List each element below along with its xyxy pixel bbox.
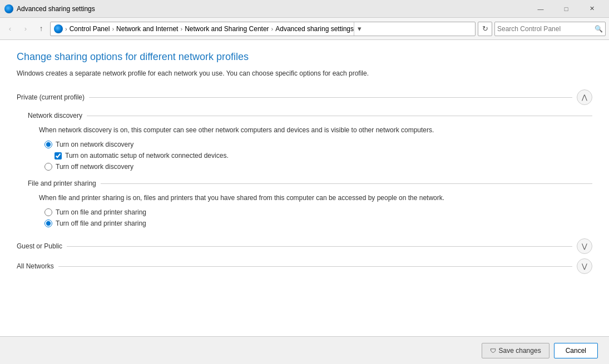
file-printer-desc: When file and printer sharing is on, fil… [39,193,592,203]
cancel-button[interactable]: Cancel [554,343,598,358]
file-printer-title: File and printer sharing [28,179,101,187]
network-discovery-options: Turn on network discovery Turn on automa… [39,141,592,171]
network-discovery-header: Network discovery [28,112,592,119]
guest-public-line [67,246,572,247]
guest-public-toggle[interactable]: ⋁ [577,238,592,254]
page-description: Windows creates a separate network profi… [17,68,592,78]
address-bar: ‹ › ↑ › Control Panel › Network and Inte… [0,18,609,40]
main-content: Change sharing options for different net… [0,40,609,336]
guest-public-title: Guest or Public [17,242,67,250]
radio-turn-off-sharing-input[interactable] [44,220,52,227]
maximize-button[interactable]: □ [553,0,579,18]
radio-turn-off-sharing-label: Turn off file and printer sharing [56,220,146,227]
breadcrumb-part3: Network and Sharing Center [185,25,269,33]
radio-turn-off-sharing[interactable]: Turn off file and printer sharing [44,220,592,227]
radio-turn-on-sharing[interactable]: Turn on file and printer sharing [44,208,592,216]
network-discovery-desc: When network discovery is on, this compu… [39,125,592,135]
private-section-title: Private (current profile) [17,93,89,101]
private-section-header: Private (current profile) ⋀ [17,89,592,105]
save-button[interactable]: 🛡 Save changes [482,343,549,358]
radio-turn-on-sharing-label: Turn on file and printer sharing [56,208,146,216]
all-networks-section: All Networks ⋁ [17,258,592,274]
file-printer-options: Turn on file and printer sharing Turn of… [39,208,592,227]
network-discovery-title: Network discovery [28,112,87,119]
search-input[interactable] [497,25,595,33]
forward-button[interactable]: › [19,22,32,36]
window-title: Advanced sharing settings [17,5,528,13]
back-button[interactable]: ‹ [3,22,17,36]
title-bar: Advanced sharing settings — □ ✕ [0,0,609,18]
breadcrumb-part2: Network and Internet [116,25,178,33]
address-chevron-button[interactable]: ▾ [354,22,365,36]
address-path-box[interactable]: › Control Panel › Network and Internet ›… [50,22,476,36]
breadcrumb-part1: Control Panel [70,25,110,33]
radio-turn-on-discovery-label: Turn on network discovery [56,141,133,148]
all-networks-line [58,266,572,267]
private-section-line [89,97,572,98]
network-discovery-body: When network discovery is on, this compu… [28,125,592,171]
file-printer-body: When file and printer sharing is on, fil… [28,193,592,227]
window-icon [4,4,13,13]
auto-setup-checkbox[interactable] [55,152,62,159]
page-heading: Change sharing options for different net… [17,51,592,63]
checkbox-auto-setup[interactable]: Turn on automatic setup of network conne… [44,152,592,159]
minimize-button[interactable]: — [528,0,553,18]
private-section-body: Network discovery When network discovery… [17,112,592,227]
bottom-bar: 🛡 Save changes Cancel [0,336,609,364]
breadcrumb: › Control Panel › Network and Internet ›… [54,24,354,33]
file-printer-header: File and printer sharing [28,179,592,187]
radio-turn-off-discovery[interactable]: Turn off network discovery [44,163,592,171]
file-printer-line [101,183,592,184]
radio-turn-on-sharing-input[interactable] [44,208,52,216]
network-icon [54,24,63,33]
search-icon: 🔍 [595,25,603,33]
window-controls: — □ ✕ [528,0,605,18]
radio-turn-off-discovery-input[interactable] [44,163,52,171]
up-button[interactable]: ↑ [34,22,48,36]
search-box: 🔍 [494,22,606,36]
radio-turn-on-discovery-input[interactable] [44,141,52,148]
private-section-toggle[interactable]: ⋀ [577,89,592,105]
close-button[interactable]: ✕ [579,0,605,18]
network-discovery-line [87,116,592,116]
save-icon: 🛡 [490,347,496,354]
refresh-button[interactable]: ↻ [478,22,492,36]
auto-setup-label: Turn on automatic setup of network conne… [65,152,229,159]
all-networks-toggle[interactable]: ⋁ [577,258,592,274]
all-networks-title: All Networks [17,262,58,270]
guest-public-section: Guest or Public ⋁ [17,238,592,254]
breadcrumb-part4: Advanced sharing settings [275,25,354,33]
radio-turn-off-discovery-label: Turn off network discovery [56,163,133,171]
save-label: Save changes [499,347,541,355]
radio-turn-on-discovery[interactable]: Turn on network discovery [44,141,592,148]
